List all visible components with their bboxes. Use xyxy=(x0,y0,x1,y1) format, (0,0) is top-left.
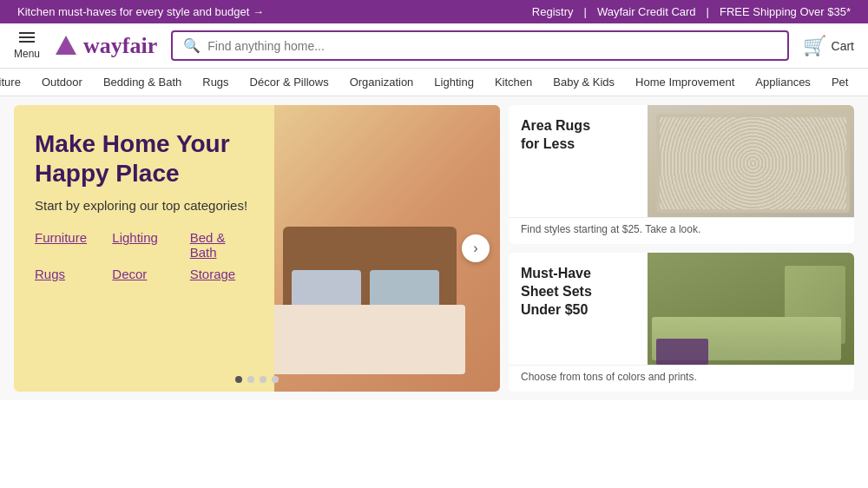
main-nav: Furniture Outdoor Bedding & Bath Rugs Dé… xyxy=(0,69,868,96)
hamburger-icon xyxy=(19,32,35,43)
bed-mattress xyxy=(274,305,465,374)
sheets-card-text: Must-HaveSheet SetsUnder $50 xyxy=(509,253,648,365)
nav-organization[interactable]: Organization xyxy=(350,76,414,89)
nav-outdoor[interactable]: Outdoor xyxy=(42,76,82,89)
rug-texture xyxy=(660,117,846,209)
hero-title: Make Home Your Happy Place xyxy=(35,129,253,188)
rug-shape xyxy=(656,114,850,213)
nav-baby-kids[interactable]: Baby & Kids xyxy=(553,76,615,89)
rugs-card-caption: Find styles starting at $25. Take a look… xyxy=(509,217,854,244)
hero-pagination-dots xyxy=(235,376,279,383)
nav-bedding-bath[interactable]: Bedding & Bath xyxy=(103,76,181,89)
nav-lighting[interactable]: Lighting xyxy=(434,76,474,89)
rugs-card[interactable]: Area Rugsfor Less Find styles starting a… xyxy=(509,105,854,244)
sheets-card-caption: Choose from tons of colors and prints. xyxy=(509,365,854,392)
nav-furniture[interactable]: Furniture xyxy=(0,76,21,89)
banner-links: Registry Wayfair Credit Card FREE Shippi… xyxy=(532,5,851,18)
banner-credit-card[interactable]: Wayfair Credit Card xyxy=(597,5,709,18)
sheets-card[interactable]: Must-HaveSheet SetsUnder $50 Choose from… xyxy=(509,253,854,392)
hero-link-lighting[interactable]: Lighting xyxy=(112,230,175,260)
hero-text-content: Make Home Your Happy Place Start by expl… xyxy=(14,105,274,392)
logo[interactable]: wayfair xyxy=(54,33,157,59)
nav-rugs[interactable]: Rugs xyxy=(202,76,228,89)
hero-link-rugs[interactable]: Rugs xyxy=(35,267,98,281)
main-content: Make Home Your Happy Place Start by expl… xyxy=(0,96,868,400)
banner-promo-left[interactable]: Kitchen must-haves for every style and b… xyxy=(17,5,264,18)
rugs-card-title: Area Rugsfor Less xyxy=(521,117,635,154)
hero-slider: Make Home Your Happy Place Start by expl… xyxy=(14,105,500,392)
sheets-card-title: Must-HaveSheet SetsUnder $50 xyxy=(521,265,635,319)
nav-pet[interactable]: Pet xyxy=(832,76,849,89)
sheets-card-body: Must-HaveSheet SetsUnder $50 xyxy=(509,253,854,365)
header: Menu wayfair 🔍 🛒 Cart xyxy=(0,23,868,69)
hero-next-button[interactable]: › xyxy=(462,234,490,262)
search-bar: 🔍 xyxy=(171,30,788,61)
search-icon: 🔍 xyxy=(183,37,201,54)
dot-3[interactable] xyxy=(260,376,266,383)
nav-decor-pillows[interactable]: Décor & Pillows xyxy=(250,76,329,89)
menu-button[interactable]: Menu xyxy=(14,32,40,60)
hero-link-storage[interactable]: Storage xyxy=(190,267,253,281)
cart-icon: 🛒 xyxy=(803,35,826,57)
rug-visual xyxy=(648,105,854,217)
sheet-visual xyxy=(648,253,854,365)
hero-link-bed-bath[interactable]: Bed & Bath xyxy=(190,230,253,260)
cart-button[interactable]: 🛒 Cart xyxy=(803,35,854,57)
hero-subtitle: Start by exploring our top categories! xyxy=(35,198,253,213)
rugs-card-image xyxy=(648,105,854,217)
banner-shipping[interactable]: FREE Shipping Over $35* xyxy=(720,5,851,18)
nav-appliances[interactable]: Appliances xyxy=(755,76,811,89)
top-banner: Kitchen must-haves for every style and b… xyxy=(0,0,868,23)
hero-link-furniture[interactable]: Furniture xyxy=(35,230,98,260)
nav-home-improvement[interactable]: Home Improvement xyxy=(635,76,734,89)
rugs-card-body: Area Rugsfor Less xyxy=(509,105,854,217)
logo-text: wayfair xyxy=(83,33,157,59)
hero-category-links: Furniture Lighting Bed & Bath Rugs Decor… xyxy=(35,230,253,281)
banner-registry[interactable]: Registry xyxy=(532,5,587,18)
dot-1[interactable] xyxy=(235,376,242,383)
side-cards: Area Rugsfor Less Find styles starting a… xyxy=(509,105,854,392)
nav-kitchen[interactable]: Kitchen xyxy=(495,76,532,89)
sheets-card-image xyxy=(648,253,854,365)
menu-label: Menu xyxy=(14,48,40,60)
rugs-card-text: Area Rugsfor Less xyxy=(509,105,648,217)
hero-link-decor[interactable]: Decor xyxy=(112,267,175,281)
dot-4[interactable] xyxy=(272,376,279,383)
cart-label: Cart xyxy=(832,39,854,53)
dot-2[interactable] xyxy=(247,376,254,383)
search-input[interactable] xyxy=(207,39,776,53)
wayfair-logo-icon xyxy=(54,34,78,58)
sheet-purple xyxy=(656,339,708,365)
